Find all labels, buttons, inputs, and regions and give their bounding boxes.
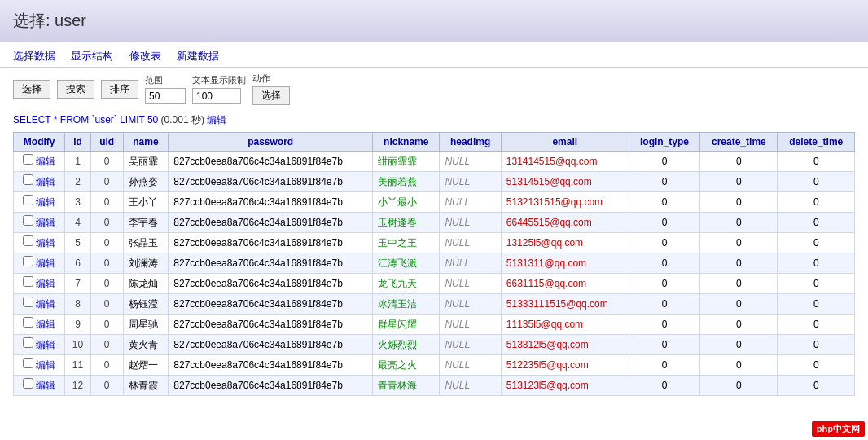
create-time-cell: 0 <box>700 172 778 192</box>
edit-link[interactable]: 编辑 <box>36 176 55 187</box>
uid-cell: 0 <box>90 355 123 376</box>
delete-time-cell: 0 <box>778 213 855 233</box>
row-checkbox[interactable] <box>23 378 33 389</box>
login-type-cell: 0 <box>629 213 700 233</box>
row-checkbox[interactable] <box>23 358 33 368</box>
uid-cell: 0 <box>90 294 123 315</box>
login-type-cell: 0 <box>629 335 700 355</box>
email-cell: 5132131515@qq.com <box>501 192 629 213</box>
nickname-cell: 冰清玉洁 <box>373 294 440 315</box>
headimg-cell: NULL <box>440 355 501 376</box>
email-cell: 513312l5@qq.com <box>501 335 629 355</box>
sort-button[interactable]: 排序 <box>101 80 138 99</box>
tab-modify-table[interactable]: 修改表 <box>129 50 161 62</box>
name-cell: 杨钰滢 <box>123 294 169 315</box>
tab-select-data[interactable]: 选择数据 <box>13 50 55 62</box>
edit-link[interactable]: 编辑 <box>36 156 55 167</box>
headimg-cell: NULL <box>440 294 501 315</box>
row-checkbox[interactable] <box>23 297 33 307</box>
id-cell: 5 <box>65 233 90 253</box>
col-id: id <box>65 133 90 152</box>
edit-link[interactable]: 编辑 <box>36 278 55 289</box>
name-cell: 张晶玉 <box>123 233 169 253</box>
table-row: 编辑60刘澜涛827ccb0eea8a706c4c34a16891f84e7b江… <box>14 253 855 274</box>
row-checkbox[interactable] <box>23 337 33 348</box>
name-cell: 李宇春 <box>123 213 169 233</box>
create-time-cell: 0 <box>700 315 778 335</box>
uid-cell: 0 <box>90 335 123 355</box>
id-cell: 11 <box>65 355 90 376</box>
action-select-button[interactable]: 选择 <box>252 86 290 105</box>
id-cell: 1 <box>65 152 90 172</box>
table-row: 编辑90周星驰827ccb0eea8a706c4c34a16891f84e7b群… <box>14 315 855 335</box>
edit-link[interactable]: 编辑 <box>36 196 55 208</box>
name-cell: 林青霞 <box>123 376 169 396</box>
login-type-cell: 0 <box>629 355 700 376</box>
nickname-cell: 青青林海 <box>373 376 440 396</box>
page-title: 选择: user <box>13 10 855 32</box>
id-cell: 7 <box>65 274 90 294</box>
login-type-cell: 0 <box>629 233 700 253</box>
password-cell: 827ccb0eea8a706c4c34a16891f84e7b <box>169 253 373 274</box>
search-button[interactable]: 搜索 <box>57 80 94 99</box>
range-input[interactable] <box>145 88 186 104</box>
id-cell: 12 <box>65 376 90 396</box>
modify-cell: 编辑 <box>14 376 65 396</box>
table-header-row: Modify id uid name password nickname hea… <box>14 133 855 152</box>
edit-link[interactable]: 编辑 <box>36 359 55 371</box>
name-cell: 吴丽霏 <box>123 152 169 172</box>
tab-show-structure[interactable]: 显示结构 <box>71 50 113 62</box>
name-cell: 孙燕姿 <box>123 172 169 192</box>
modify-cell: 编辑 <box>14 355 65 376</box>
data-table: Modify id uid name password nickname hea… <box>13 132 855 396</box>
edit-link[interactable]: 编辑 <box>36 237 55 249</box>
delete-time-cell: 0 <box>778 253 855 274</box>
id-cell: 2 <box>65 172 90 192</box>
modify-cell: 编辑 <box>14 315 65 335</box>
password-cell: 827ccb0eea8a706c4c34a16891f84e7b <box>169 335 373 355</box>
row-checkbox[interactable] <box>23 195 33 205</box>
name-cell: 刘澜涛 <box>123 253 169 274</box>
table-row: 编辑50张晶玉827ccb0eea8a706c4c34a16891f84e7b玉… <box>14 233 855 253</box>
edit-link[interactable]: 编辑 <box>36 298 55 310</box>
row-checkbox[interactable] <box>23 256 33 266</box>
edit-link[interactable]: 编辑 <box>36 339 55 350</box>
edit-link[interactable]: 编辑 <box>36 319 55 330</box>
row-checkbox[interactable] <box>23 317 33 328</box>
email-cell: 512235l5@qq.com <box>501 355 629 376</box>
edit-query-link[interactable]: 编辑 <box>207 114 226 125</box>
email-cell: 131414515@qq.com <box>501 152 629 172</box>
password-cell: 827ccb0eea8a706c4c34a16891f84e7b <box>169 213 373 233</box>
row-checkbox[interactable] <box>23 174 33 185</box>
email-cell: 51314515@qq.com <box>501 172 629 192</box>
modify-cell: 编辑 <box>14 274 65 294</box>
row-checkbox[interactable] <box>23 154 33 165</box>
nickname-cell: 最亮之火 <box>373 355 440 376</box>
login-type-cell: 0 <box>629 294 700 315</box>
text-limit-label: 文本显示限制 <box>192 74 246 86</box>
login-type-cell: 0 <box>629 192 700 213</box>
edit-link[interactable]: 编辑 <box>36 217 55 228</box>
name-cell: 赵熠一 <box>123 355 169 376</box>
id-cell: 3 <box>65 192 90 213</box>
col-delete-time: delete_time <box>778 133 855 152</box>
text-limit-input[interactable] <box>192 88 241 104</box>
create-time-cell: 0 <box>700 192 778 213</box>
col-uid: uid <box>90 133 123 152</box>
table-row: 编辑120林青霞827ccb0eea8a706c4c34a16891f84e7b… <box>14 376 855 396</box>
table-row: 编辑10吴丽霏827ccb0eea8a706c4c34a16891f84e7b绀… <box>14 152 855 172</box>
id-cell: 4 <box>65 213 90 233</box>
tab-new-data[interactable]: 新建数据 <box>177 50 219 62</box>
password-cell: 827ccb0eea8a706c4c34a16891f84e7b <box>169 274 373 294</box>
select-button[interactable]: 选择 <box>13 80 50 99</box>
create-time-cell: 0 <box>700 294 778 315</box>
create-time-cell: 0 <box>700 233 778 253</box>
edit-link[interactable]: 编辑 <box>36 380 55 391</box>
row-checkbox[interactable] <box>23 276 33 287</box>
table-row: 编辑70陈龙灿827ccb0eea8a706c4c34a16891f84e7b龙… <box>14 274 855 294</box>
email-cell: 11135l5@qq.com <box>501 315 629 335</box>
row-checkbox[interactable] <box>23 235 33 246</box>
login-type-cell: 0 <box>629 172 700 192</box>
edit-link[interactable]: 编辑 <box>36 257 55 269</box>
row-checkbox[interactable] <box>23 215 33 226</box>
